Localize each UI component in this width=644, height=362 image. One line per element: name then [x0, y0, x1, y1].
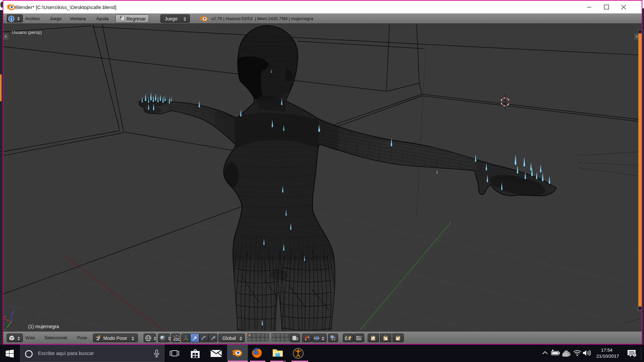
- svg-text:(1) mujernegra: (1) mujernegra: [28, 324, 59, 329]
- svg-text:x: x: [4, 314, 6, 318]
- svg-text:i: i: [11, 16, 12, 21]
- svg-text:z: z: [12, 310, 14, 314]
- svg-text:Usuario (persp): Usuario (persp): [12, 30, 42, 35]
- svg-text:y: y: [5, 328, 7, 330]
